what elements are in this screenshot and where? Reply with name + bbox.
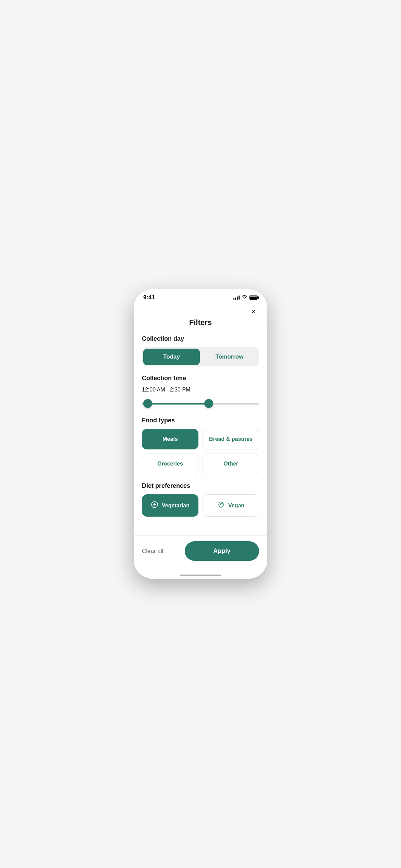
footer: Clear all Apply bbox=[134, 535, 267, 572]
food-types-grid: Meals Bread & pastries Groceries Other bbox=[142, 429, 259, 474]
time-range-text: 12:00 AM - 2:30 PM bbox=[142, 387, 259, 393]
diet-btn-vegan[interactable]: Vegan bbox=[203, 494, 259, 517]
vegan-label: Vegan bbox=[228, 503, 244, 509]
food-btn-other[interactable]: Other bbox=[203, 454, 259, 474]
vegan-icon bbox=[217, 501, 225, 510]
diet-btn-vegetarian[interactable]: Vegetarian bbox=[142, 494, 198, 517]
signal-icon bbox=[233, 296, 240, 300]
food-types-label: Food types bbox=[142, 417, 259, 424]
diet-preferences-label: Diet preferences bbox=[142, 482, 259, 490]
close-button[interactable]: × bbox=[248, 306, 259, 317]
food-btn-groceries[interactable]: Groceries bbox=[142, 454, 198, 474]
slider-track bbox=[142, 403, 259, 405]
vegetarian-label: Vegetarian bbox=[162, 503, 190, 509]
vegetarian-icon bbox=[151, 501, 158, 510]
time-slider[interactable] bbox=[142, 398, 259, 409]
tomorrow-button[interactable]: Tomorrow bbox=[201, 349, 258, 365]
main-content: × Filters Collection day Today Tomorrow … bbox=[134, 303, 267, 535]
collection-day-label: Collection day bbox=[142, 335, 259, 342]
battery-icon bbox=[249, 296, 258, 300]
page-title: Filters bbox=[142, 318, 259, 327]
slider-thumb-max[interactable] bbox=[204, 399, 213, 408]
food-btn-bread[interactable]: Bread & pastries bbox=[203, 429, 259, 449]
svg-point-1 bbox=[221, 503, 222, 504]
status-time: 9:41 bbox=[143, 294, 155, 301]
home-bar bbox=[180, 575, 221, 576]
slider-fill bbox=[148, 403, 209, 405]
collection-time-label: Collection time bbox=[142, 375, 259, 382]
slider-thumb-min[interactable] bbox=[143, 399, 152, 408]
status-icons bbox=[233, 295, 258, 300]
wifi-icon bbox=[242, 295, 247, 300]
food-btn-meals[interactable]: Meals bbox=[142, 429, 198, 449]
status-bar: 9:41 bbox=[134, 289, 267, 303]
diet-preferences-grid: Vegetarian Vegan bbox=[142, 494, 259, 517]
day-selector: Today Tomorrow bbox=[142, 347, 259, 366]
today-button[interactable]: Today bbox=[143, 349, 200, 365]
apply-button[interactable]: Apply bbox=[185, 541, 259, 561]
home-indicator bbox=[134, 572, 267, 579]
clear-all-button[interactable]: Clear all bbox=[142, 544, 179, 559]
